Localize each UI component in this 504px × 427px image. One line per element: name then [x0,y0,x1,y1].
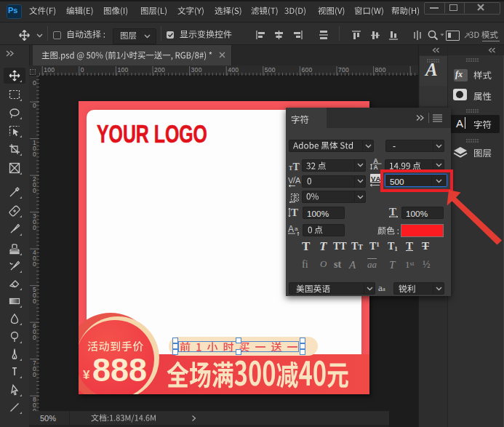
svg-text:V: V [288,176,294,185]
svg-text:a: a [295,226,298,232]
svg-text:A: A [374,164,378,170]
svg-text:T: T [291,207,298,218]
svg-text:A: A [295,176,301,185]
svg-text:A: A [288,224,294,234]
svg-text:T: T [293,161,300,171]
